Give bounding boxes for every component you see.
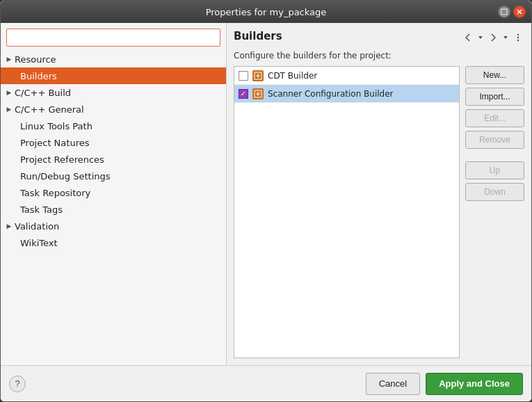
- sidebar-item-task-repository[interactable]: Task Repository: [1, 184, 226, 201]
- down-button[interactable]: Down: [465, 183, 524, 201]
- sidebar-item-label: Task Repository: [20, 188, 90, 198]
- panel-title: Builders: [234, 30, 282, 42]
- svg-marker-3: [478, 36, 483, 39]
- sidebar-item-label: C/C++ General: [15, 104, 84, 115]
- properties-dialog: Properties for my_package ▶ Resource: [0, 0, 532, 402]
- tree-arrow-icon: ▶: [3, 56, 15, 63]
- sidebar-item-label: Resource: [15, 54, 56, 65]
- footer-buttons: Cancel Apply and Close: [366, 373, 523, 395]
- tree-arrow-icon: ▶: [3, 223, 15, 230]
- search-input[interactable]: [6, 29, 220, 47]
- help-button[interactable]: ?: [9, 376, 26, 392]
- svg-rect-0: [501, 9, 507, 15]
- builder-label-scanner: Scanner Configuration Builder: [268, 89, 394, 99]
- panel-description: Configure the builders for the project:: [234, 51, 524, 61]
- sidebar-item-run-debug-settings[interactable]: Run/Debug Settings: [1, 168, 226, 184]
- sidebar-item-task-tags[interactable]: Task Tags: [1, 201, 226, 218]
- edit-button[interactable]: Edit...: [465, 109, 524, 127]
- maximize-button[interactable]: [498, 6, 510, 18]
- builders-list: CDT Builder Scanner Configuration Builde…: [234, 66, 460, 358]
- sidebar-item-linux-tools-path[interactable]: Linux Tools Path: [1, 118, 226, 134]
- import-button[interactable]: Import...: [465, 88, 524, 106]
- sidebar-item-label: Linux Tools Path: [20, 121, 92, 131]
- svg-point-5: [517, 34, 519, 35]
- builder-item-cdt[interactable]: CDT Builder: [234, 67, 459, 85]
- title-bar-buttons: [498, 6, 526, 18]
- builder-icon-cdt: [252, 70, 264, 81]
- apply-close-button[interactable]: Apply and Close: [426, 373, 523, 395]
- back-dropdown-button[interactable]: [476, 33, 485, 42]
- builder-label-cdt: CDT Builder: [268, 71, 317, 81]
- left-panel: ▶ Resource Builders ▶ C/C++ Build ▶ C/C+…: [1, 23, 227, 365]
- footer: ? Cancel Apply and Close: [1, 365, 531, 401]
- svg-marker-4: [503, 36, 508, 39]
- list-toolbar: [462, 31, 524, 44]
- dialog-title: Properties for my_package: [206, 7, 327, 17]
- sidebar-item-cpp-general[interactable]: ▶ C/C++ General: [1, 101, 226, 118]
- sidebar-item-builders[interactable]: Builders: [1, 67, 226, 84]
- sidebar-item-validation[interactable]: ▶ Validation: [1, 218, 226, 234]
- builders-area: CDT Builder Scanner Configuration Builde…: [234, 66, 524, 358]
- cancel-button[interactable]: Cancel: [366, 373, 420, 395]
- tree-arrow-icon: ▶: [3, 89, 15, 96]
- tree-arrow-icon: ▶: [3, 106, 15, 113]
- tree-area: ▶ Resource Builders ▶ C/C++ Build ▶ C/C+…: [1, 51, 226, 365]
- sidebar-item-label: Validation: [15, 221, 59, 232]
- sidebar-item-label: Project References: [20, 154, 104, 165]
- remove-button[interactable]: Remove: [465, 131, 524, 149]
- forward-button[interactable]: [487, 31, 499, 44]
- menu-button[interactable]: [512, 31, 524, 44]
- sidebar-item-label: Builders: [20, 71, 57, 81]
- sidebar-item-label: WikiText: [20, 238, 58, 248]
- side-buttons: New... Import... Edit... Remove Up Down: [465, 66, 524, 358]
- title-bar: Properties for my_package: [1, 1, 531, 23]
- builder-item-scanner[interactable]: Scanner Configuration Builder: [234, 85, 459, 103]
- builder-checkbox-cdt[interactable]: [239, 71, 248, 81]
- sidebar-item-resource[interactable]: ▶ Resource: [1, 51, 226, 67]
- back-button[interactable]: [462, 31, 474, 44]
- sidebar-item-project-references[interactable]: Project References: [1, 151, 226, 168]
- sidebar-item-wikitext[interactable]: WikiText: [1, 234, 226, 251]
- sidebar-item-cpp-build[interactable]: ▶ C/C++ Build: [1, 84, 226, 101]
- sidebar-item-label: Run/Debug Settings: [20, 171, 111, 182]
- sidebar-item-label: Project Natures: [20, 138, 89, 148]
- svg-point-7: [517, 40, 519, 41]
- right-panel: Builders: [227, 23, 531, 365]
- new-button[interactable]: New...: [465, 66, 524, 84]
- builder-icon-scanner: [252, 88, 264, 99]
- help-icon: ?: [15, 378, 19, 389]
- sidebar-item-label: C/C++ Build: [15, 88, 71, 98]
- sidebar-item-project-natures[interactable]: Project Natures: [1, 134, 226, 151]
- up-button[interactable]: Up: [465, 161, 524, 179]
- main-area: ▶ Resource Builders ▶ C/C++ Build ▶ C/C+…: [1, 23, 531, 365]
- builder-checkbox-scanner[interactable]: [239, 89, 248, 99]
- close-button[interactable]: [513, 6, 526, 18]
- svg-point-6: [517, 37, 519, 38]
- forward-dropdown-button[interactable]: [501, 33, 510, 42]
- sidebar-item-label: Task Tags: [20, 204, 63, 215]
